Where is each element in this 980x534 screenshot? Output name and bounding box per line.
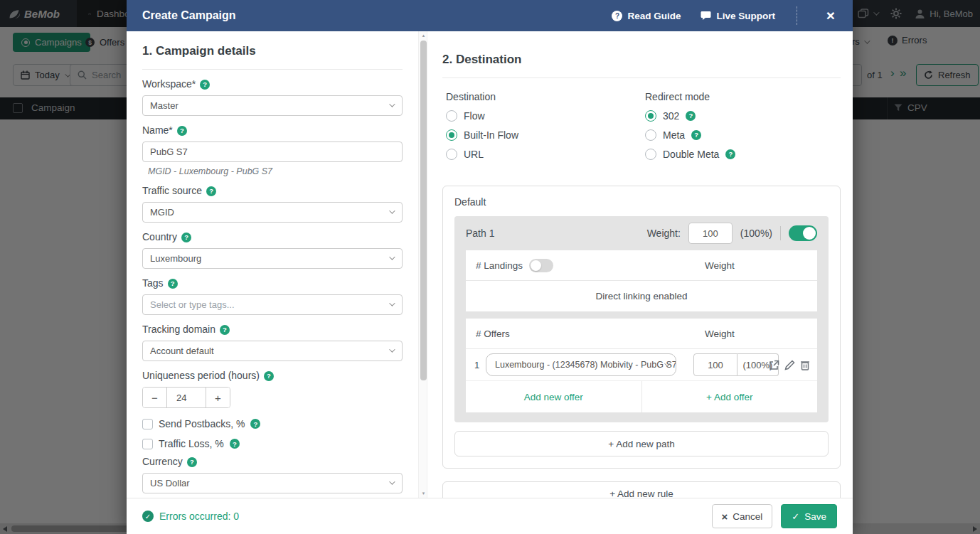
- landings-weight-header: Weight: [705, 260, 735, 271]
- help-icon[interactable]: ?: [206, 186, 216, 196]
- add-new-rule-button[interactable]: + Add new rule: [442, 481, 841, 498]
- radio-option-302[interactable]: 302 ?: [645, 110, 735, 122]
- check-circle-icon: ✓: [142, 511, 154, 522]
- modal-header-actions: ? Read Guide Live Support ×: [612, 0, 843, 31]
- traffic-loss-checkbox[interactable]: [142, 439, 153, 449]
- send-postbacks-label: Send Postbacks, %: [159, 418, 245, 429]
- offer-index: 1: [474, 360, 486, 370]
- workspace-label: Workspace* ?: [142, 79, 403, 90]
- radio-option-meta[interactable]: Meta ?: [645, 129, 735, 141]
- live-support-link[interactable]: Live Support: [701, 11, 775, 21]
- left-pane-scrollbar[interactable]: ▲ ▼: [418, 31, 427, 498]
- radio-icon[interactable]: [645, 129, 656, 141]
- traffic-loss-label: Traffic Loss, %: [159, 438, 224, 449]
- tracking-domain-select[interactable]: Account default: [142, 341, 403, 361]
- workspace-select[interactable]: Master: [142, 95, 403, 116]
- help-icon[interactable]: ?: [725, 149, 735, 159]
- traffic-loss-row: Traffic Loss, % ?: [142, 438, 403, 449]
- name-label: Name* ?: [142, 125, 403, 136]
- radio-selected-icon[interactable]: [645, 110, 656, 122]
- tags-placeholder: Select or type tags...: [150, 299, 235, 310]
- read-guide-link[interactable]: ? Read Guide: [612, 11, 681, 21]
- traffic-source-select[interactable]: MGID: [142, 202, 403, 223]
- add-new-path-button[interactable]: + Add new path: [454, 431, 829, 456]
- chevron-down-icon: [389, 479, 395, 484]
- screen: BeMob Dashboard: [0, 0, 980, 534]
- help-icon[interactable]: ?: [200, 80, 210, 90]
- add-new-offer-link[interactable]: Add new offer: [466, 381, 642, 412]
- offers-block: # Offers Weight 1 Luxembourg - (12345678…: [466, 319, 817, 412]
- landings-header: # Landings: [476, 260, 523, 271]
- help-icon[interactable]: ?: [691, 130, 701, 140]
- help-icon[interactable]: ?: [187, 457, 197, 467]
- currency-select[interactable]: US Dollar: [142, 473, 403, 493]
- radio-option-built-in-flow[interactable]: Built-In Flow: [446, 129, 645, 141]
- help-icon[interactable]: ?: [230, 439, 240, 449]
- radio-selected-icon[interactable]: [446, 129, 457, 141]
- cancel-label: Cancel: [733, 511, 762, 522]
- default-rule-panel: Default Path 1 Weight: 100 (100%): [442, 186, 841, 469]
- default-rule-title: Default: [454, 196, 829, 208]
- increment-button[interactable]: +: [206, 388, 230, 407]
- read-guide-label: Read Guide: [627, 11, 681, 21]
- help-icon[interactable]: ?: [177, 126, 187, 136]
- chevron-down-icon: [389, 300, 395, 306]
- radio-groups: Destination Flow Built-In Flow URL: [442, 78, 841, 167]
- chevron-down-icon: [389, 346, 395, 352]
- delete-trash-icon[interactable]: [800, 360, 810, 370]
- path-enabled-toggle[interactable]: [789, 225, 817, 241]
- offer-weight-group: 100 (100%): [693, 353, 779, 376]
- campaign-details-pane: 1. Campaign details Workspace* ? Master …: [127, 31, 418, 498]
- radio-option-url[interactable]: URL: [446, 148, 645, 160]
- check-icon: ✓: [792, 511, 799, 522]
- help-icon[interactable]: ?: [264, 371, 274, 381]
- tags-select[interactable]: Select or type tags...: [142, 294, 403, 315]
- country-value: Luxembourg: [150, 253, 201, 264]
- help-icon[interactable]: ?: [686, 111, 696, 121]
- landings-header-row: # Landings Weight: [466, 250, 817, 281]
- edit-pencil-icon[interactable]: [784, 360, 795, 370]
- radio-option-double-meta[interactable]: Double Meta ?: [645, 148, 735, 160]
- country-select[interactable]: Luxembourg: [142, 248, 403, 269]
- offers-header: # Offers: [476, 329, 510, 339]
- path-weight-input[interactable]: 100: [688, 223, 733, 244]
- radio-option-flow[interactable]: Flow: [446, 110, 645, 122]
- path-weight-controls: Weight: 100 (100%): [647, 223, 817, 244]
- path-name: Path 1: [466, 228, 494, 239]
- destination-heading: 2. Destination: [442, 51, 841, 78]
- offer-weight-input[interactable]: 100: [693, 353, 737, 376]
- scrollbar-thumb[interactable]: [420, 41, 427, 380]
- help-icon[interactable]: ?: [181, 233, 191, 242]
- radio-icon[interactable]: [645, 149, 656, 160]
- offer-value: Luxembourg - (12345678) Mobivity - PubG …: [495, 360, 676, 370]
- workspace-value: Master: [150, 100, 179, 111]
- send-postbacks-checkbox[interactable]: [142, 419, 153, 429]
- name-input[interactable]: PubG S7: [142, 141, 403, 162]
- cancel-button[interactable]: × Cancel: [712, 504, 773, 528]
- offer-add-row: Add new offer + Add offer: [466, 381, 817, 412]
- help-circle-icon: ?: [612, 11, 622, 21]
- header-divider: [797, 6, 797, 25]
- modal-footer: ✓ Errors occurred: 0 × Cancel ✓ Save: [127, 498, 853, 534]
- country-label: Country ?: [142, 232, 403, 242]
- landings-toggle[interactable]: [529, 259, 553, 272]
- external-link-icon[interactable]: [769, 360, 779, 370]
- offer-select[interactable]: Luxembourg - (12345678) Mobivity - PubG …: [486, 353, 676, 376]
- path-header: Path 1 Weight: 100 (100%): [466, 216, 817, 250]
- radio-icon[interactable]: [446, 110, 457, 122]
- help-icon[interactable]: ?: [168, 279, 178, 289]
- add-offer-link[interactable]: + Add offer: [642, 381, 818, 412]
- name-hint: MGID - Luxembourg - PubG S7: [148, 166, 403, 176]
- help-icon[interactable]: ?: [220, 325, 230, 335]
- radio-icon[interactable]: [446, 149, 457, 160]
- save-button[interactable]: ✓ Save: [781, 504, 837, 528]
- uniqueness-value[interactable]: 24: [166, 388, 206, 407]
- help-icon[interactable]: ?: [250, 419, 260, 429]
- close-icon[interactable]: ×: [819, 0, 843, 31]
- name-value: PubG S7: [150, 146, 188, 157]
- traffic-source-label: Traffic source ?: [142, 186, 403, 196]
- close-icon: ×: [722, 511, 728, 523]
- currency-value: US Dollar: [150, 478, 190, 488]
- redirect-mode-radio-group: Redirect mode 302 ? Meta ? Double Meta: [645, 78, 735, 167]
- decrement-button[interactable]: −: [143, 388, 166, 407]
